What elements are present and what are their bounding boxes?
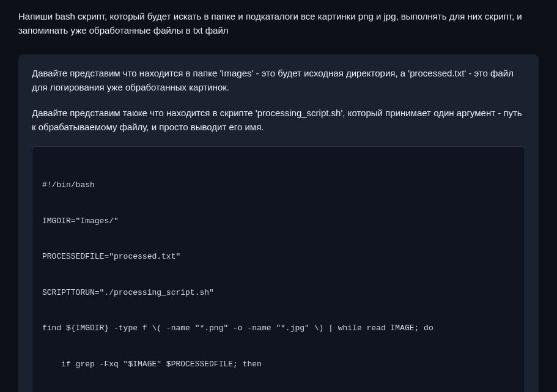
- code-line: #!/bin/bash: [42, 179, 515, 191]
- assistant-response: Давайте представим что находится в папке…: [18, 54, 539, 392]
- code-line: find ${IMGDIR} -type f \( -name "*.png" …: [42, 322, 515, 335]
- code-line: PROCESSEDFILE="processed.txt": [42, 251, 515, 263]
- response-intro-1: Давайте представим что находится в папке…: [32, 67, 525, 94]
- user-prompt: Напиши bash скрипт, который будет искать…: [18, 10, 539, 37]
- code-block[interactable]: #!/bin/bash IMGDIR="Images/" PROCESSEDFI…: [32, 146, 525, 392]
- response-intro-2: Давайте представим также что находится в…: [32, 106, 525, 134]
- code-line: SCRIPTTORUN="./processing_script.sh": [42, 287, 515, 299]
- code-line: IMGDIR="Images/": [42, 215, 515, 227]
- code-line: if grep -Fxq "$IMAGE" $PROCESSEDFILE; th…: [42, 358, 515, 371]
- user-prompt-text: Напиши bash скрипт, который будет искать…: [18, 11, 522, 35]
